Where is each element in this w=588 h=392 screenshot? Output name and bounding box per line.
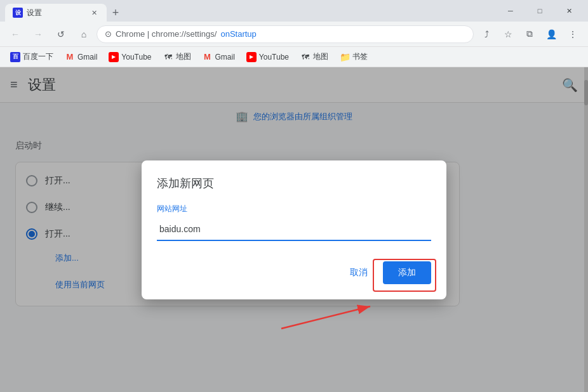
bookmark-youtube2-label: YouTube <box>259 53 289 62</box>
bookmark-baidu-label: 百度一下 <box>23 51 53 62</box>
bookmark-youtube-2[interactable]: ▶ YouTube <box>241 49 294 65</box>
tab-area: 设 设置 ✕ + <box>5 0 497 22</box>
window-mode-button[interactable]: ⧉ <box>519 24 540 44</box>
reload-button[interactable]: ↺ <box>51 24 71 44</box>
forward-icon: → <box>34 29 43 39</box>
maximize-button[interactable]: □ <box>526 1 554 20</box>
dialog-actions: 取消 添加 <box>157 261 431 284</box>
bookmark-folder[interactable]: 📁 书签 <box>335 49 373 65</box>
bookmark-gmail1-label: Gmail <box>77 53 97 62</box>
youtube-icon-2: ▶ <box>246 52 257 62</box>
baidu-icon: 百 <box>10 52 20 62</box>
share-icon: ⤴ <box>484 29 489 39</box>
nav-right-actions: ⤴ ☆ ⧉ 👤 ⋮ <box>476 24 583 44</box>
home-icon: ⌂ <box>81 29 86 39</box>
title-bar: 设 设置 ✕ + ─ □ ✕ <box>0 0 588 22</box>
cancel-button[interactable]: 取消 <box>340 261 378 284</box>
bookmarks-bar: 百 百度一下 M Gmail ▶ YouTube 🗺 地图 M Gmail ▶ … <box>0 47 588 67</box>
arrow-container <box>269 297 396 337</box>
home-button[interactable]: ⌂ <box>74 24 94 44</box>
bookmark-map-2[interactable]: 🗺 地图 <box>295 49 333 65</box>
map-icon-1: 🗺 <box>163 52 173 62</box>
profile-button[interactable]: 👤 <box>541 24 561 44</box>
bookmark-gmail-2[interactable]: M Gmail <box>197 49 240 65</box>
menu-dots-icon: ⋮ <box>568 29 577 39</box>
address-site: Chrome | chrome://settings/ <box>116 29 217 39</box>
back-button[interactable]: ← <box>5 24 25 44</box>
bookmark-map2-label: 地图 <box>313 51 328 62</box>
main-content: ≡ 设置 🔍 🏢 您的浏览器由所属组织管理 启动时 打开... 继续... <box>0 67 588 392</box>
new-tab-button[interactable]: + <box>107 4 124 22</box>
address-bar[interactable]: ⊙ Chrome | chrome://settings/ onStartup <box>97 25 474 43</box>
window-controls: ─ □ ✕ <box>497 1 583 20</box>
add-page-dialog: 添加新网页 网站网址 取消 添加 <box>142 160 446 299</box>
bookmark-icon: ☆ <box>504 29 512 39</box>
minimize-button[interactable]: ─ <box>497 1 525 20</box>
back-icon: ← <box>11 29 20 39</box>
lock-icon: ⊙ <box>105 29 112 39</box>
bookmark-gmail-1[interactable]: M Gmail <box>60 49 102 65</box>
profile-icon: 👤 <box>546 29 557 39</box>
tab-title: 设置 <box>27 8 42 18</box>
youtube-icon-1: ▶ <box>109 52 119 62</box>
dialog-title: 添加新网页 <box>157 176 431 191</box>
active-tab[interactable]: 设 设置 ✕ <box>5 4 107 22</box>
add-button[interactable]: 添加 <box>383 261 431 284</box>
bookmark-map-1[interactable]: 🗺 地图 <box>158 49 196 65</box>
modal-overlay: 添加新网页 网站网址 取消 添加 <box>0 67 588 392</box>
gmail-icon-1: M <box>65 52 75 62</box>
forward-button[interactable]: → <box>28 24 48 44</box>
map-icon-2: 🗺 <box>300 52 311 62</box>
url-input[interactable] <box>157 218 431 241</box>
svg-line-1 <box>281 306 370 329</box>
tab-favicon: 设 <box>13 8 23 18</box>
tab-close-button[interactable]: ✕ <box>89 8 99 18</box>
close-button[interactable]: ✕ <box>555 1 583 20</box>
window-icon: ⧉ <box>526 29 533 39</box>
bookmark-baidu[interactable]: 百 百度一下 <box>5 49 58 65</box>
bookmark-folder-label: 书签 <box>352 51 368 62</box>
bookmark-button[interactable]: ☆ <box>498 24 518 44</box>
bookmark-gmail2-label: Gmail <box>215 53 235 62</box>
chrome-menu-button[interactable]: ⋮ <box>563 24 583 44</box>
navigation-bar: ← → ↺ ⌂ ⊙ Chrome | chrome://settings/ on… <box>0 22 588 47</box>
folder-icon: 📁 <box>340 52 350 62</box>
bookmark-youtube1-label: YouTube <box>121 53 151 62</box>
url-label: 网站网址 <box>157 204 431 214</box>
gmail-icon-2: M <box>203 52 213 62</box>
address-path: onStartup <box>220 29 256 39</box>
share-button[interactable]: ⤴ <box>476 24 497 44</box>
reload-icon: ↺ <box>57 29 65 39</box>
bookmark-map1-label: 地图 <box>176 51 191 62</box>
red-arrow <box>269 297 396 335</box>
bookmark-youtube-1[interactable]: ▶ YouTube <box>104 49 156 65</box>
